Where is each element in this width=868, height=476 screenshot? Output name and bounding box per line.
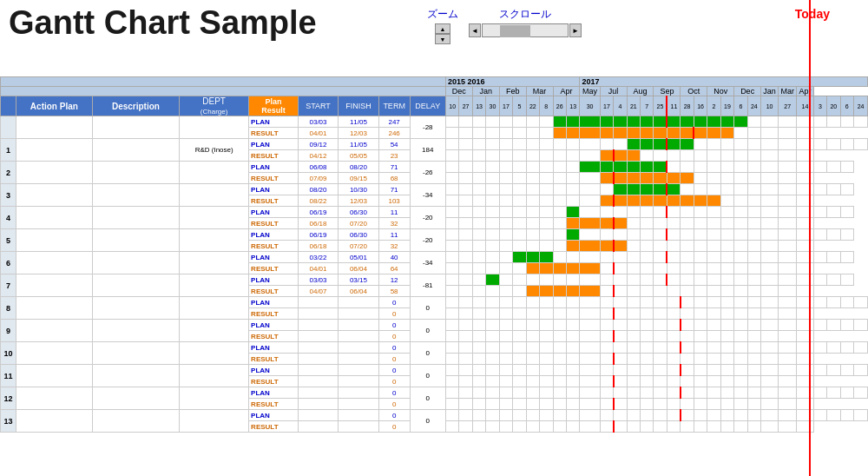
zoom-label: ズーム [427, 7, 458, 22]
row0-plan-label: PLAN [249, 116, 299, 128]
row-5-plan: 5 PLAN 06/19 06/30 11 -20 [1, 229, 868, 241]
zoom-down-button[interactable]: ▼ [435, 34, 450, 44]
row-1-plan: 1 R&D (Inose) PLAN 09/12 11/05 54 184 [1, 139, 868, 150]
scroll-track[interactable] [482, 23, 569, 37]
app: Gantt Chart Sample ズーム ▲ ▼ スクロール ◄ ► Tod… [0, 0, 868, 476]
row0-plan-term: 247 [378, 116, 410, 128]
row-4-plan: 4 PLAN 06/19 06/30 11 -20 [1, 207, 868, 218]
action-plan-header: Action Plan [16, 96, 93, 116]
year-row: 2015 2016 2017 [1, 77, 868, 87]
gantt-table: 2015 2016 2017 Dec Jan Feb Mar Apr May J… [0, 76, 868, 433]
row0-plan-start: 03/03 [298, 116, 338, 128]
scroll-left-button[interactable]: ◄ [469, 23, 481, 37]
row-0-plan: PLAN 03/03 11/05 247 -28 [1, 116, 868, 128]
term-header: TERM [378, 96, 410, 116]
row0-plan-finish: 11/05 [339, 116, 378, 128]
row-2-plan: 2 PLAN 06/08 08/20 71 -26 [1, 162, 868, 173]
row-6-plan: 6 PLAN 03/22 05/01 40 -34 [1, 252, 868, 263]
dept-header: DEPT(Charge) [180, 96, 249, 116]
row-8-plan: 8PLAN00 [1, 297, 868, 308]
row-3-plan: 3 PLAN 08/20 10/30 71 -34 [1, 184, 868, 195]
description-header: Description [92, 96, 180, 116]
row-10-plan: 10PLAN00 [1, 342, 868, 354]
plan-result-header: PlanResult [249, 96, 299, 116]
row-7-plan: 7 PLAN 03/03 03/15 12 -81 [1, 274, 868, 286]
scroll-label: スクロール [499, 7, 551, 22]
year-2017: 2017 [580, 77, 868, 87]
row-12-plan: 12PLAN00 [1, 387, 868, 399]
row0-delay: -28 [410, 116, 445, 139]
start-header: START [298, 96, 338, 116]
table-body: PLAN 03/03 11/05 247 -28 [1, 116, 868, 433]
col-header-row: Action Plan Description DEPT(Charge) Pla… [1, 96, 868, 116]
scroll-right-button[interactable]: ► [569, 23, 582, 37]
today-label: Today [795, 7, 830, 21]
delay-header: DELAY [410, 96, 445, 116]
row-9-plan: 9PLAN00 [1, 320, 868, 331]
row-13-plan: 13PLAN00 [1, 410, 868, 421]
today-line [809, 0, 811, 476]
zoom-up-button[interactable]: ▲ [435, 23, 450, 34]
row0-result-label: RESULT [249, 128, 299, 139]
page-title: Gantt Chart Sample [9, 5, 317, 42]
row-11-plan: 11PLAN00 [1, 365, 868, 376]
scroll-thumb[interactable] [500, 25, 530, 37]
finish-header: FINISH [339, 96, 378, 116]
year-2015-2016: 2015 2016 [445, 77, 580, 87]
month-row: Dec Jan Feb Mar Apr May Jul Aug Sep Oct … [1, 87, 868, 96]
